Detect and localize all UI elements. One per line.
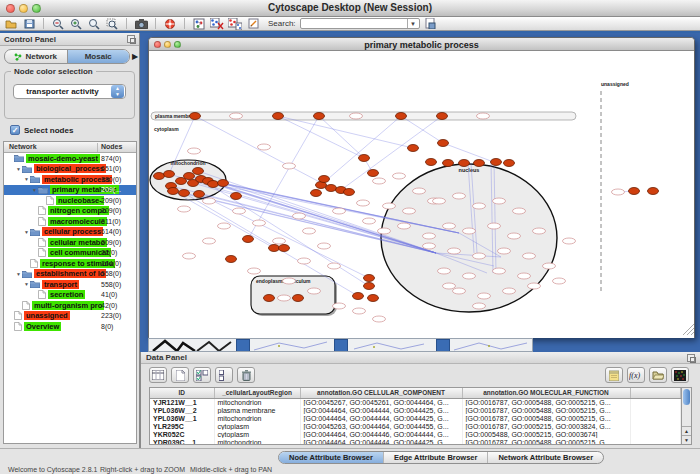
background-window-corner[interactable] xyxy=(236,339,250,352)
graph-node-selected[interactable] xyxy=(326,185,337,192)
graph-node-selected[interactable] xyxy=(629,188,640,195)
background-window-corner[interactable] xyxy=(334,339,348,352)
graph-node-unselected[interactable] xyxy=(178,206,191,212)
graph-node-unselected[interactable] xyxy=(403,208,416,214)
graph-node-unselected[interactable] xyxy=(230,113,243,119)
graph-node-unselected[interactable] xyxy=(188,148,201,154)
graph-node-unselected[interactable] xyxy=(513,208,526,214)
notepad-icon[interactable] xyxy=(605,367,623,383)
table-cell[interactable]: YPL036W__2 xyxy=(150,406,214,414)
graph-node-selected[interactable] xyxy=(293,295,304,302)
table-cell[interactable]: [GO:0016787, GO:0005488, GO:0005215, G..… xyxy=(462,406,630,414)
table-cell[interactable]: cytoplasm xyxy=(214,430,300,438)
graph-node-selected[interactable] xyxy=(273,113,284,120)
background-window-corner[interactable] xyxy=(436,339,450,352)
float-panel-icon[interactable] xyxy=(127,35,135,43)
graph-node-selected[interactable] xyxy=(184,173,195,180)
graph-node-unselected[interactable] xyxy=(433,198,446,204)
graph-node-unselected[interactable] xyxy=(278,295,291,301)
graph-node-selected[interactable] xyxy=(154,173,165,180)
graph-node-selected[interactable] xyxy=(359,155,370,162)
graph-node-selected[interactable] xyxy=(226,256,237,263)
snapshot-camera-icon[interactable] xyxy=(134,18,148,30)
network-canvas[interactable]: plasma membranecytoplasmmitochondrionnuc… xyxy=(149,51,694,338)
graph-node-unselected[interactable] xyxy=(423,233,436,239)
tree-row-label[interactable]: establishment of lo xyxy=(34,269,106,278)
table-cell[interactable]: [GO:0045267, GO:0045261, GO:0044464, G..… xyxy=(300,398,462,406)
attribute-table-icon[interactable] xyxy=(149,367,167,383)
graph-node-unselected[interactable] xyxy=(503,288,516,294)
graph-node-unselected[interactable] xyxy=(493,198,506,204)
table-cell[interactable]: mitochondrion xyxy=(214,414,300,422)
table-cell[interactable]: [GO:0044464, GO:0044446, GO:0044444, G..… xyxy=(300,430,462,438)
select-attributes-icon[interactable] xyxy=(193,367,211,383)
table-cell[interactable]: [GO:0044464, GO:0044444, GO:0044425, G..… xyxy=(300,414,462,422)
tab-network[interactable]: Network xyxy=(5,50,67,63)
graph-node-unselected[interactable] xyxy=(423,243,436,249)
tree-row-label[interactable]: multi-organism pro xyxy=(32,301,104,310)
graph-node-unselected[interactable] xyxy=(398,223,411,229)
tree-row[interactable]: ▼biological_process651(0) xyxy=(4,164,136,175)
tree-row-label[interactable]: nitrogen compo xyxy=(48,206,109,215)
tree-row-label[interactable]: unassigned xyxy=(24,311,70,320)
graph-node-unselected[interactable] xyxy=(203,198,216,204)
select-nodes-checkbox[interactable]: ✓ xyxy=(10,125,20,135)
expander-icon[interactable]: ▼ xyxy=(31,187,38,193)
graph-node-unselected[interactable] xyxy=(393,173,406,179)
graph-node-unselected[interactable] xyxy=(473,253,486,259)
zoom-out-icon[interactable] xyxy=(51,18,65,30)
graph-node-unselected[interactable] xyxy=(443,223,456,229)
table-row[interactable]: YPL036W__1mitochondrion[GO:0044464, GO:0… xyxy=(150,414,681,422)
graph-node-selected[interactable] xyxy=(314,113,325,120)
graph-node-unselected[interactable] xyxy=(453,193,466,199)
graph-node-unselected[interactable] xyxy=(308,288,321,294)
tab-network-attribute-browser[interactable]: Network Attribute Browser xyxy=(487,452,603,463)
graph-node-unselected[interactable] xyxy=(473,203,486,209)
table-cell[interactable]: YLR295C xyxy=(150,422,214,430)
graph-node-selected[interactable] xyxy=(437,113,448,120)
tree-row-label[interactable]: biological_process xyxy=(34,164,106,173)
graph-node-unselected[interactable] xyxy=(183,253,196,259)
graph-node-selected[interactable] xyxy=(364,283,375,290)
graph-node-unselected[interactable] xyxy=(553,278,566,284)
graph-node-unselected[interactable] xyxy=(203,238,216,244)
table-column-header[interactable]: annotation.GO MOLECULAR_FUNCTION xyxy=(462,388,630,398)
table-cell[interactable]: [GO:0045263, GO:0044464, GO:0044455, G..… xyxy=(300,422,462,430)
tree-row[interactable]: response to stimulu264(0) xyxy=(4,258,136,269)
table-cell[interactable]: [GO:0016787, GO:0005488, GO:0005215, G..… xyxy=(462,414,630,422)
graph-node-unselected[interactable] xyxy=(373,178,386,184)
graph-node-selected[interactable] xyxy=(364,275,375,282)
tree-row-label[interactable]: secretion xyxy=(48,290,85,299)
table-row[interactable]: YDR039C__1mitochondrion[GO:0044464, GO:0… xyxy=(150,438,681,445)
graph-node-selected[interactable] xyxy=(208,181,219,188)
graph-node-unselected[interactable] xyxy=(478,293,491,299)
overview-network-icon[interactable] xyxy=(192,18,206,30)
table-cell[interactable]: YJR121W__1 xyxy=(150,398,214,406)
table-cell[interactable]: [GO:0005488, GO:0005215, GO:0003674] xyxy=(462,430,630,438)
graph-node-selected[interactable] xyxy=(193,168,204,175)
graph-node-unselected[interactable] xyxy=(493,268,506,274)
tree-row[interactable]: cell communicat22(0) xyxy=(4,248,136,259)
table-row[interactable]: YPL036W__2plasma membrane[GO:0044464, GO… xyxy=(150,406,681,414)
graph-node-unselected[interactable] xyxy=(473,303,486,309)
graph-node-selected[interactable] xyxy=(426,159,437,166)
save-session-icon[interactable] xyxy=(22,18,36,30)
new-attribute-icon[interactable] xyxy=(171,367,189,383)
table-cell[interactable]: mitochondrion xyxy=(214,398,300,406)
annotation-icon[interactable] xyxy=(246,18,260,30)
scroll-down-arrow[interactable]: ▼ xyxy=(682,435,691,444)
graph-node-selected[interactable] xyxy=(443,160,454,167)
graph-node-unselected[interactable] xyxy=(333,208,346,214)
destroy-network-icon[interactable] xyxy=(210,18,224,30)
tree-row[interactable]: macromolecule311(0) xyxy=(4,216,136,227)
graph-node-unselected[interactable] xyxy=(357,200,370,206)
tree-row[interactable]: Overview8(0) xyxy=(4,321,136,332)
graph-node-unselected[interactable] xyxy=(463,273,476,279)
tree-col-nodes[interactable]: Nodes xyxy=(101,143,122,150)
matrix-view-icon[interactable] xyxy=(671,367,689,383)
expander-icon[interactable]: ▼ xyxy=(23,281,30,287)
table-cell[interactable]: cytoplasm xyxy=(214,422,300,430)
graph-node-unselected[interactable] xyxy=(563,238,576,244)
graph-node-unselected[interactable] xyxy=(253,220,266,226)
tab-node-attribute-browser[interactable]: Node Attribute Browser xyxy=(279,452,383,463)
